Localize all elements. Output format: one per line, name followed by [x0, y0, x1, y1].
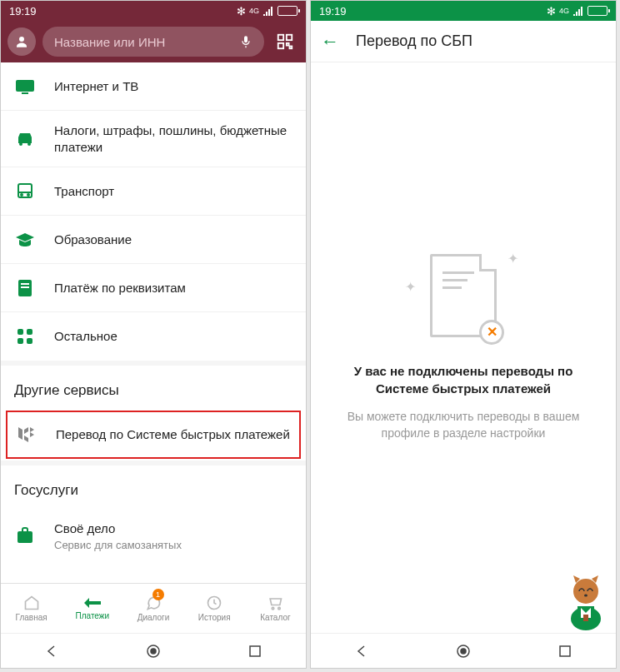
- grid-icon: [14, 328, 36, 345]
- search-header: Название или ИНН: [1, 21, 306, 62]
- menu-item-internet-tv[interactable]: Интернет и ТВ: [1, 62, 306, 111]
- svg-point-8: [19, 142, 22, 146]
- svg-rect-20: [27, 338, 32, 344]
- sys-back[interactable]: [352, 641, 372, 661]
- bus-icon: [14, 182, 36, 201]
- menu-label: Остальное: [54, 328, 292, 345]
- battery-icon: [588, 6, 608, 16]
- svg-point-24: [278, 607, 281, 610]
- decor-plus-icon: ✦: [405, 279, 416, 295]
- svg-rect-36: [560, 646, 570, 656]
- svg-rect-21: [18, 531, 32, 543]
- battery-icon: [278, 6, 298, 16]
- svg-rect-4: [287, 43, 289, 46]
- sbp-icon: [16, 424, 38, 446]
- section-gosuslugi: Госуслуги: [1, 465, 306, 509]
- sys-recent[interactable]: [555, 641, 575, 661]
- menu-item-requisites[interactable]: Платёж по реквизитам: [1, 264, 306, 312]
- nav-payments[interactable]: Платежи: [62, 584, 122, 633]
- menu-label: Своё дело: [54, 520, 292, 537]
- nav-home[interactable]: Главная: [1, 584, 62, 633]
- clock-icon: [206, 595, 222, 611]
- system-nav: [311, 633, 616, 668]
- svg-rect-19: [18, 338, 23, 344]
- menu-label: Образование: [54, 231, 292, 248]
- status-bar: 19:19 ✻ 4G: [311, 1, 616, 21]
- receipt-icon: [14, 279, 36, 297]
- svg-rect-6: [16, 80, 34, 92]
- empty-illustration: ✦ ✦ ✕: [430, 254, 497, 337]
- graduation-icon: [14, 232, 36, 247]
- cart-icon: [267, 595, 283, 611]
- mic-icon[interactable]: [239, 34, 252, 49]
- menu-item-sbp-transfer[interactable]: Перевод по Системе быстрых платежей: [6, 411, 301, 459]
- section-other-services: Другие сервисы: [1, 366, 306, 409]
- menu-label: Интернет и ТВ: [54, 78, 292, 95]
- menu-item-svoe-delo[interactable]: Своё дело Сервис для самозанятых: [1, 509, 306, 563]
- menu-item-transport[interactable]: Транспорт: [1, 167, 306, 216]
- briefcase-icon: [14, 527, 36, 544]
- car-icon: [14, 132, 36, 147]
- svg-point-9: [28, 142, 31, 146]
- status-icons: ✻ 4G: [237, 5, 298, 17]
- nav-catalog[interactable]: Каталог: [245, 584, 306, 633]
- sys-home[interactable]: [143, 641, 163, 661]
- back-button[interactable]: ←: [321, 31, 339, 52]
- system-nav: [1, 633, 306, 668]
- svg-rect-7: [22, 92, 28, 94]
- svg-point-23: [272, 607, 275, 610]
- svg-rect-33: [583, 615, 588, 621]
- empty-title: У вас не подключены переводы по Системе …: [336, 362, 591, 397]
- search-placeholder: Название или ИНН: [54, 35, 239, 49]
- menu-label: Налоги, штрафы, пошлины, бюджетные плате…: [54, 122, 292, 155]
- menu-label: Перевод по Системе быстрых платежей: [56, 426, 291, 443]
- svg-rect-5: [290, 47, 292, 49]
- network-icon: 4G: [249, 7, 259, 15]
- svg-rect-27: [250, 646, 260, 656]
- menu-label: Платёж по реквизитам: [54, 280, 292, 296]
- nav-history[interactable]: История: [184, 584, 245, 633]
- status-time: 19:19: [9, 5, 37, 17]
- sys-home[interactable]: [453, 641, 473, 661]
- payments-list: Интернет и ТВ Налоги, штрафы, пошлины, б…: [1, 62, 306, 583]
- bluetooth-icon: ✻: [237, 5, 246, 17]
- status-icons: ✻ 4G: [547, 5, 608, 17]
- error-x-icon: ✕: [479, 320, 504, 345]
- menu-label: Транспорт: [54, 183, 292, 200]
- svg-rect-2: [287, 35, 292, 40]
- home-icon: [23, 595, 40, 611]
- svg-rect-18: [27, 329, 32, 335]
- menu-item-taxes[interactable]: Налоги, штрафы, пошлины, бюджетные плате…: [1, 111, 306, 167]
- status-bar: 19:19 ✻ 4G: [1, 1, 306, 21]
- qr-scan-button[interactable]: [271, 27, 299, 56]
- status-time: 19:19: [319, 5, 347, 17]
- svg-rect-17: [18, 329, 23, 335]
- signal-icon: [262, 6, 274, 16]
- svg-rect-1: [278, 35, 283, 40]
- svg-point-30: [573, 579, 598, 604]
- sbp-header: ← Перевод по СБП: [311, 21, 616, 62]
- empty-state: ✦ ✦ ✕ У вас не подключены переводы по Си…: [311, 62, 616, 633]
- menu-sublabel: Сервис для самозанятых: [54, 539, 292, 551]
- search-input[interactable]: Название или ИНН: [42, 27, 264, 57]
- svg-rect-3: [278, 43, 283, 48]
- network-icon: 4G: [559, 7, 569, 15]
- page-title: Перевод по СБП: [356, 32, 472, 50]
- bottom-nav: Главная Платежи 1 Диалоги История Катало…: [1, 583, 306, 633]
- svg-point-26: [151, 649, 156, 654]
- sys-back[interactable]: [42, 641, 62, 661]
- tv-icon: [14, 78, 36, 95]
- svg-point-35: [461, 649, 466, 654]
- bluetooth-icon: ✻: [547, 5, 556, 17]
- sys-recent[interactable]: [245, 641, 265, 661]
- nav-dialogs[interactable]: 1 Диалоги: [122, 584, 183, 633]
- empty-subtitle: Вы можете подключить переводы в вашем пр…: [336, 409, 591, 441]
- svg-point-31: [584, 595, 588, 597]
- profile-button[interactable]: [8, 27, 36, 56]
- menu-item-other[interactable]: Остальное: [1, 312, 306, 361]
- cat-mascot: [561, 573, 611, 631]
- nav-badge: 1: [152, 589, 164, 600]
- svg-point-12: [21, 194, 22, 196]
- menu-item-education[interactable]: Образование: [1, 216, 306, 264]
- svg-rect-15: [21, 283, 29, 285]
